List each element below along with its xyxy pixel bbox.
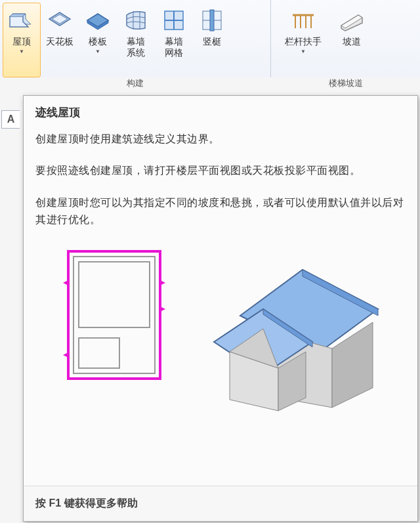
tooltip-paragraph-2: 创建屋顶时您可以为其指定不同的坡度和悬挑，或者可以使用默认值并以后对其进行优化。	[35, 194, 406, 229]
svg-rect-14	[74, 257, 155, 373]
curtain-system-button[interactable]: 幕墙 系统	[117, 3, 155, 77]
tooltip-illustration	[35, 243, 406, 414]
group-label-stair: 楼梯坡道	[329, 77, 363, 89]
roof-icon	[7, 6, 36, 35]
railing-label: 栏杆扶手	[285, 36, 322, 47]
roof-label: 屋顶	[12, 36, 31, 47]
group-label-build: 构建	[127, 77, 144, 89]
curtain-grid-label: 幕墙 网格	[165, 36, 183, 58]
house-3d-icon	[201, 243, 385, 414]
mullion-label: 竖梃	[203, 36, 221, 47]
ribbon-toolbar: 屋顶 ▼ 天花板 楼板	[0, 0, 420, 77]
chevron-down-icon: ▼	[301, 49, 306, 54]
curtain-grid-button[interactable]: 幕墙 网格	[155, 3, 193, 77]
tooltip-title: 迹线屋顶	[35, 105, 406, 120]
railing-icon	[289, 6, 318, 35]
curtain-grid-icon	[159, 6, 188, 35]
tooltip-description: 创建屋顶时使用建筑迹线定义其边界。	[35, 131, 406, 148]
ceiling-label: 天花板	[46, 36, 74, 47]
side-tab-a[interactable]: A	[1, 110, 20, 129]
curtain-system-label: 幕墙 系统	[127, 36, 145, 58]
railing-button[interactable]: 栏杆扶手 ▼	[274, 3, 333, 77]
tooltip-footer: 按 F1 键获得更多帮助	[24, 486, 417, 521]
ribbon-items: 屋顶 ▼ 天花板 楼板	[0, 0, 270, 77]
svg-rect-16	[79, 338, 119, 368]
ribbon-group-build: 屋顶 ▼ 天花板 楼板	[0, 0, 271, 77]
floor-icon	[83, 6, 112, 35]
svg-rect-15	[79, 262, 150, 327]
svg-marker-20	[160, 306, 165, 312]
mullion-button[interactable]: 竖梃	[193, 3, 231, 77]
svg-marker-19	[160, 280, 165, 285]
svg-rect-13	[68, 251, 160, 379]
roof-button[interactable]: 屋顶 ▼	[3, 3, 41, 77]
curtain-system-icon	[121, 6, 150, 35]
ribbon-group-stair: 栏杆扶手 ▼ 坡道 楼梯坡道	[271, 0, 420, 77]
ramp-button[interactable]: 坡道	[333, 3, 371, 77]
ribbon-items: 栏杆扶手 ▼ 坡道	[271, 0, 420, 77]
svg-marker-18	[63, 352, 68, 358]
floor-label: 楼板	[89, 36, 107, 47]
tooltip-body: 迹线屋顶 创建屋顶时使用建筑迹线定义其边界。 要按照迹线创建屋顶，请打开楼层平面…	[24, 96, 417, 486]
ceiling-icon	[45, 6, 74, 35]
extended-tooltip: 迹线屋顶 创建屋顶时使用建筑迹线定义其边界。 要按照迹线创建屋顶，请打开楼层平面…	[23, 95, 418, 522]
tooltip-paragraph-1: 要按照迹线创建屋顶，请打开楼层平面视图或天花板投影平面视图。	[35, 162, 406, 179]
ramp-label: 坡道	[343, 36, 361, 47]
svg-marker-17	[63, 280, 68, 285]
floor-button[interactable]: 楼板 ▼	[79, 3, 117, 77]
chevron-down-icon: ▼	[19, 49, 24, 54]
footprint-diagram-icon	[56, 243, 175, 388]
svg-rect-7	[210, 10, 214, 31]
chevron-down-icon: ▼	[95, 49, 100, 54]
side-tab-label: A	[7, 114, 15, 125]
mullion-icon	[198, 6, 226, 35]
ramp-icon	[337, 6, 366, 35]
ceiling-button[interactable]: 天花板	[41, 3, 79, 77]
